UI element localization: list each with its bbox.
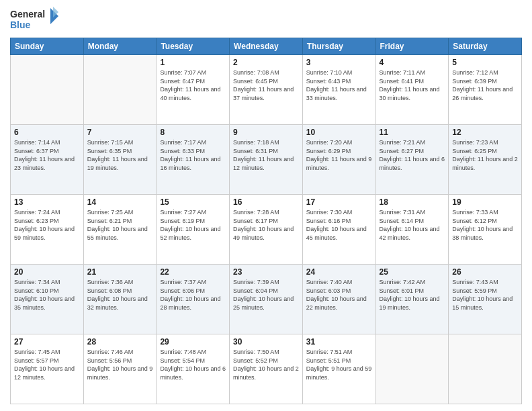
week-row-2: 6Sunrise: 7:14 AM Sunset: 6:37 PM Daylig… xyxy=(11,125,522,195)
weekday-header-monday: Monday xyxy=(83,38,157,55)
calendar-cell: 20Sunrise: 7:34 AM Sunset: 6:10 PM Dayli… xyxy=(11,265,84,334)
day-number: 20 xyxy=(14,267,80,277)
calendar-cell: 26Sunrise: 7:43 AM Sunset: 5:59 PM Dayli… xyxy=(449,265,522,334)
day-info: Sunrise: 7:40 AM Sunset: 6:03 PM Dayligh… xyxy=(306,278,372,312)
calendar-cell: 15Sunrise: 7:27 AM Sunset: 6:19 PM Dayli… xyxy=(157,195,230,265)
day-info: Sunrise: 7:42 AM Sunset: 6:01 PM Dayligh… xyxy=(380,278,445,312)
calendar-cell: 8Sunrise: 7:17 AM Sunset: 6:33 PM Daylig… xyxy=(157,125,230,195)
weekday-header-tuesday: Tuesday xyxy=(157,38,230,55)
calendar-cell: 22Sunrise: 7:37 AM Sunset: 6:06 PM Dayli… xyxy=(157,265,230,334)
day-info: Sunrise: 7:36 AM Sunset: 6:08 PM Dayligh… xyxy=(87,278,153,312)
calendar-cell: 30Sunrise: 7:50 AM Sunset: 5:52 PM Dayli… xyxy=(230,334,303,404)
calendar-cell: 7Sunrise: 7:15 AM Sunset: 6:35 PM Daylig… xyxy=(83,125,157,195)
day-info: Sunrise: 7:51 AM Sunset: 5:51 PM Dayligh… xyxy=(306,348,372,381)
calendar-cell: 5Sunrise: 7:12 AM Sunset: 6:39 PM Daylig… xyxy=(449,55,522,125)
calendar-cell: 28Sunrise: 7:46 AM Sunset: 5:56 PM Dayli… xyxy=(83,334,157,404)
weekday-header-saturday: Saturday xyxy=(449,38,522,55)
weekday-header-friday: Friday xyxy=(375,38,449,55)
day-info: Sunrise: 7:14 AM Sunset: 6:37 PM Dayligh… xyxy=(14,138,80,172)
day-info: Sunrise: 7:17 AM Sunset: 6:33 PM Dayligh… xyxy=(160,138,226,172)
day-info: Sunrise: 7:30 AM Sunset: 6:16 PM Dayligh… xyxy=(306,208,372,242)
calendar-cell: 12Sunrise: 7:23 AM Sunset: 6:25 PM Dayli… xyxy=(449,125,522,195)
calendar-cell: 29Sunrise: 7:48 AM Sunset: 5:54 PM Dayli… xyxy=(157,334,230,404)
calendar-cell: 1Sunrise: 7:07 AM Sunset: 6:47 PM Daylig… xyxy=(157,55,230,125)
day-number: 25 xyxy=(380,267,445,277)
calendar-cell: 27Sunrise: 7:45 AM Sunset: 5:57 PM Dayli… xyxy=(11,334,84,404)
day-number: 10 xyxy=(306,128,372,137)
day-number: 21 xyxy=(87,267,153,277)
calendar-cell: 18Sunrise: 7:31 AM Sunset: 6:14 PM Dayli… xyxy=(375,195,449,265)
day-info: Sunrise: 7:27 AM Sunset: 6:19 PM Dayligh… xyxy=(160,208,226,242)
calendar-cell xyxy=(449,334,522,404)
day-number: 3 xyxy=(306,58,372,67)
logo: General Blue xyxy=(10,7,58,34)
day-number: 24 xyxy=(306,267,372,277)
calendar-cell: 3Sunrise: 7:10 AM Sunset: 6:43 PM Daylig… xyxy=(302,55,375,125)
day-number: 26 xyxy=(452,267,518,277)
day-number: 2 xyxy=(233,58,299,67)
day-number: 12 xyxy=(452,128,518,137)
calendar-cell: 13Sunrise: 7:24 AM Sunset: 6:23 PM Dayli… xyxy=(11,195,84,265)
week-row-3: 13Sunrise: 7:24 AM Sunset: 6:23 PM Dayli… xyxy=(11,195,522,265)
day-info: Sunrise: 7:43 AM Sunset: 5:59 PM Dayligh… xyxy=(452,278,518,312)
day-info: Sunrise: 7:08 AM Sunset: 6:45 PM Dayligh… xyxy=(233,68,299,102)
day-number: 17 xyxy=(306,197,372,207)
calendar-cell: 21Sunrise: 7:36 AM Sunset: 6:08 PM Dayli… xyxy=(83,265,157,334)
day-info: Sunrise: 7:28 AM Sunset: 6:17 PM Dayligh… xyxy=(233,208,299,242)
day-number: 19 xyxy=(452,197,518,207)
day-number: 15 xyxy=(160,197,226,207)
day-info: Sunrise: 7:25 AM Sunset: 6:21 PM Dayligh… xyxy=(87,208,153,242)
day-number: 18 xyxy=(380,197,445,207)
weekday-header-thursday: Thursday xyxy=(302,38,375,55)
day-number: 6 xyxy=(14,128,80,137)
week-row-5: 27Sunrise: 7:45 AM Sunset: 5:57 PM Dayli… xyxy=(11,334,522,404)
calendar-cell xyxy=(11,55,84,125)
weekday-header-wednesday: Wednesday xyxy=(230,38,303,55)
header: General Blue xyxy=(10,7,522,34)
day-number: 29 xyxy=(160,337,226,347)
day-number: 22 xyxy=(160,267,226,277)
calendar-cell: 16Sunrise: 7:28 AM Sunset: 6:17 PM Dayli… xyxy=(230,195,303,265)
calendar-cell: 31Sunrise: 7:51 AM Sunset: 5:51 PM Dayli… xyxy=(302,334,375,404)
calendar-cell: 10Sunrise: 7:20 AM Sunset: 6:29 PM Dayli… xyxy=(302,125,375,195)
calendar-cell: 2Sunrise: 7:08 AM Sunset: 6:45 PM Daylig… xyxy=(230,55,303,125)
day-info: Sunrise: 7:20 AM Sunset: 6:29 PM Dayligh… xyxy=(306,138,372,172)
day-info: Sunrise: 7:31 AM Sunset: 6:14 PM Dayligh… xyxy=(380,208,445,242)
svg-text:General: General xyxy=(10,9,45,19)
day-number: 1 xyxy=(160,58,226,67)
day-info: Sunrise: 7:37 AM Sunset: 6:06 PM Dayligh… xyxy=(160,278,226,312)
day-info: Sunrise: 7:10 AM Sunset: 6:43 PM Dayligh… xyxy=(306,68,372,102)
day-number: 16 xyxy=(233,197,299,207)
calendar-cell: 6Sunrise: 7:14 AM Sunset: 6:37 PM Daylig… xyxy=(11,125,84,195)
day-number: 28 xyxy=(87,337,153,347)
calendar-cell: 23Sunrise: 7:39 AM Sunset: 6:04 PM Dayli… xyxy=(230,265,303,334)
day-number: 31 xyxy=(306,337,372,347)
day-number: 11 xyxy=(380,128,445,137)
weekday-header-row: SundayMondayTuesdayWednesdayThursdayFrid… xyxy=(11,38,522,55)
day-info: Sunrise: 7:07 AM Sunset: 6:47 PM Dayligh… xyxy=(160,68,226,102)
page: General Blue SundayMondayTuesdayWednesda… xyxy=(0,0,532,411)
day-number: 13 xyxy=(14,197,80,207)
calendar-cell: 19Sunrise: 7:33 AM Sunset: 6:12 PM Dayli… xyxy=(449,195,522,265)
week-row-4: 20Sunrise: 7:34 AM Sunset: 6:10 PM Dayli… xyxy=(11,265,522,334)
day-info: Sunrise: 7:34 AM Sunset: 6:10 PM Dayligh… xyxy=(14,278,80,312)
svg-text:Blue: Blue xyxy=(10,19,31,30)
day-number: 7 xyxy=(87,128,153,137)
day-info: Sunrise: 7:50 AM Sunset: 5:52 PM Dayligh… xyxy=(233,348,299,381)
day-number: 30 xyxy=(233,337,299,347)
calendar-cell xyxy=(375,334,449,404)
calendar-cell: 24Sunrise: 7:40 AM Sunset: 6:03 PM Dayli… xyxy=(302,265,375,334)
day-number: 5 xyxy=(452,58,518,67)
day-number: 27 xyxy=(14,337,80,347)
day-info: Sunrise: 7:18 AM Sunset: 6:31 PM Dayligh… xyxy=(233,138,299,172)
day-info: Sunrise: 7:48 AM Sunset: 5:54 PM Dayligh… xyxy=(160,348,226,381)
day-info: Sunrise: 7:12 AM Sunset: 6:39 PM Dayligh… xyxy=(452,68,518,102)
calendar-cell: 25Sunrise: 7:42 AM Sunset: 6:01 PM Dayli… xyxy=(375,265,449,334)
logo-svg: General Blue xyxy=(10,7,58,34)
day-number: 23 xyxy=(233,267,299,277)
day-info: Sunrise: 7:24 AM Sunset: 6:23 PM Dayligh… xyxy=(14,208,80,242)
calendar-cell xyxy=(83,55,157,125)
day-number: 14 xyxy=(87,197,153,207)
calendar-cell: 4Sunrise: 7:11 AM Sunset: 6:41 PM Daylig… xyxy=(375,55,449,125)
day-number: 4 xyxy=(380,58,445,67)
